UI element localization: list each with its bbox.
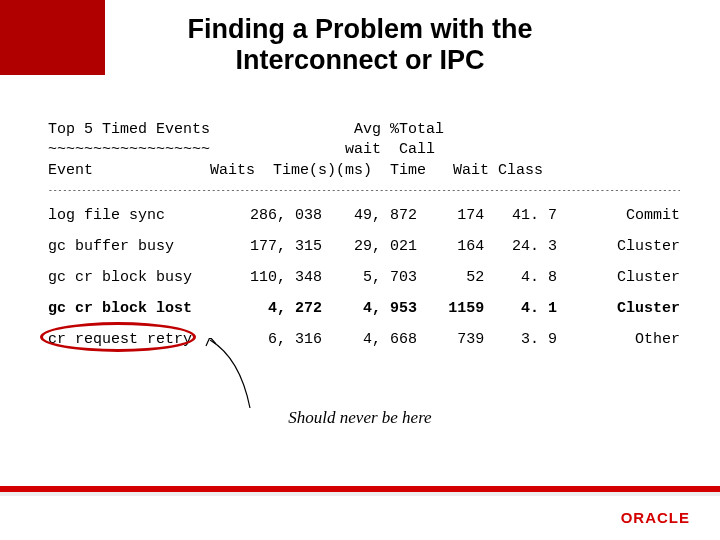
brand-logo: ORACLE <box>621 509 690 526</box>
cell-class: Cluster <box>557 231 680 262</box>
cell-class: Other <box>557 324 680 355</box>
arrow-icon <box>200 338 280 418</box>
header-line-2: ~~~~~~~~~~~~~~~~~~ wait Call <box>48 140 680 160</box>
cell-ms: 52 <box>417 262 484 293</box>
separator: ----------------------------------------… <box>48 185 680 194</box>
footer-bar <box>0 486 720 496</box>
cell-pct: 24. 3 <box>484 231 557 262</box>
cell-times: 29, 021 <box>322 231 417 262</box>
cell-times: 4, 953 <box>322 293 417 324</box>
cell-ms: 174 <box>417 200 484 231</box>
header-line-3: Event Waits Time(s)(ms) Time Wait Class <box>48 161 680 181</box>
cell-ms: 739 <box>417 324 484 355</box>
table-row: gc cr block busy110, 3485, 703524. 8Clus… <box>48 262 680 293</box>
cell-class: Commit <box>557 200 680 231</box>
highlight-oval <box>40 322 196 352</box>
annotation-text: Should never be here <box>0 408 720 428</box>
cell-pct: 4. 1 <box>484 293 557 324</box>
cell-event: gc cr block lost <box>48 293 227 324</box>
cell-waits: 286, 038 <box>227 200 322 231</box>
cell-times: 49, 872 <box>322 200 417 231</box>
cell-event: gc buffer busy <box>48 231 227 262</box>
cell-event: gc cr block busy <box>48 262 227 293</box>
header-line-1: Top 5 Timed Events Avg %Total <box>48 120 680 140</box>
table-row: gc buffer busy177, 31529, 02116424. 3Clu… <box>48 231 680 262</box>
page-title: Finding a Problem with the Interconnect … <box>0 14 720 76</box>
report-block: Top 5 Timed Events Avg %Total ~~~~~~~~~~… <box>48 120 680 355</box>
cell-pct: 41. 7 <box>484 200 557 231</box>
cell-ms: 1159 <box>417 293 484 324</box>
cell-times: 4, 668 <box>322 324 417 355</box>
title-line-2: Interconnect or IPC <box>235 45 484 75</box>
cell-waits: 4, 272 <box>227 293 322 324</box>
cell-ms: 164 <box>417 231 484 262</box>
table-row: gc cr block lost4, 2724, 95311594. 1Clus… <box>48 293 680 324</box>
cell-times: 5, 703 <box>322 262 417 293</box>
cell-waits: 110, 348 <box>227 262 322 293</box>
cell-event: log file sync <box>48 200 227 231</box>
cell-waits: 177, 315 <box>227 231 322 262</box>
cell-class: Cluster <box>557 262 680 293</box>
title-line-1: Finding a Problem with the <box>187 14 532 44</box>
cell-pct: 3. 9 <box>484 324 557 355</box>
cell-pct: 4. 8 <box>484 262 557 293</box>
table-row: log file sync286, 03849, 87217441. 7Comm… <box>48 200 680 231</box>
cell-class: Cluster <box>557 293 680 324</box>
